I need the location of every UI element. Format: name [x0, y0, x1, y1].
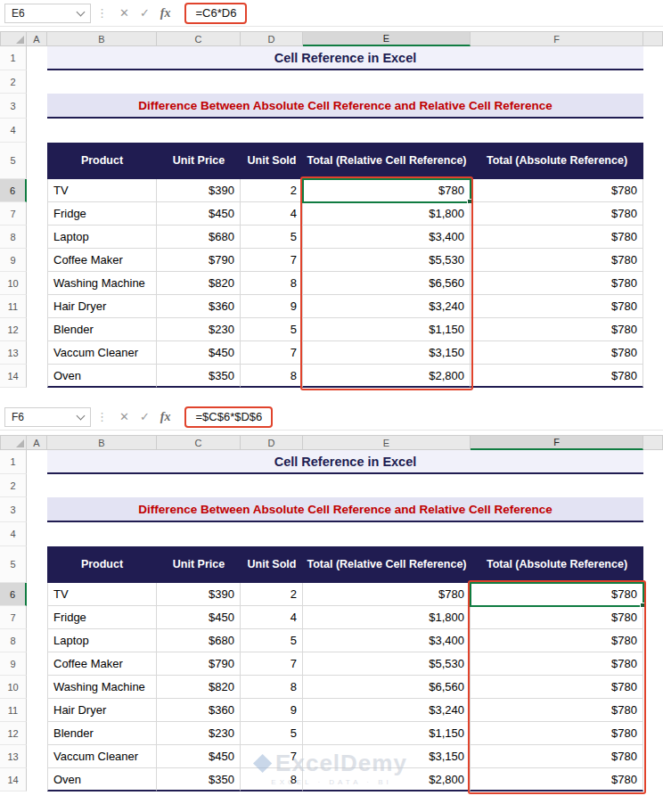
cell-E8[interactable]: $3,400: [303, 629, 471, 652]
row-header-8[interactable]: 8: [0, 226, 27, 249]
cell-C14[interactable]: $350: [157, 365, 241, 388]
header-cell-B5[interactable]: Product: [47, 546, 157, 583]
cell-E14[interactable]: $2,800: [303, 365, 471, 388]
column-header-A[interactable]: A: [27, 31, 47, 46]
select-all-button[interactable]: [0, 435, 27, 450]
cell-C12[interactable]: $230: [157, 722, 241, 745]
cell-C12[interactable]: $230: [157, 318, 241, 341]
row-header-8[interactable]: 8: [0, 629, 27, 652]
cell-E9[interactable]: $5,530: [303, 249, 471, 272]
cell-C10[interactable]: $820: [157, 676, 241, 699]
cell-A3[interactable]: [27, 497, 47, 522]
cell-F7[interactable]: $780: [471, 202, 643, 226]
row-header-1[interactable]: 1: [0, 46, 27, 70]
cell-C9[interactable]: $790: [157, 652, 241, 676]
row-header-11[interactable]: 11: [0, 295, 27, 318]
column-header-partial[interactable]: [643, 435, 663, 450]
cell-A9[interactable]: [27, 652, 47, 676]
row-header-13[interactable]: 13: [0, 745, 27, 768]
row-header-11[interactable]: 11: [0, 699, 27, 722]
cell-B13[interactable]: Vaccum Cleaner: [47, 745, 157, 768]
cell-E6[interactable]: $780: [303, 583, 471, 606]
cell-F9[interactable]: $780: [471, 652, 643, 676]
cell-D9[interactable]: 7: [241, 652, 303, 676]
cell-B10[interactable]: Washing Machine: [47, 272, 157, 295]
enter-icon[interactable]: ✓: [140, 410, 150, 423]
row-header-2[interactable]: 2: [0, 474, 27, 497]
cell-B7[interactable]: Fridge: [47, 202, 157, 226]
cell-B8[interactable]: Laptop: [47, 226, 157, 249]
cell-E8[interactable]: $3,400: [303, 226, 471, 249]
header-cell-C5[interactable]: Unit Price: [157, 143, 241, 179]
cell-A6[interactable]: [27, 583, 47, 606]
cancel-icon[interactable]: ✕: [119, 6, 129, 20]
empty-row-cells-2[interactable]: [47, 70, 643, 94]
empty-row-cells-4[interactable]: [47, 522, 643, 546]
row-header-12[interactable]: 12: [0, 318, 27, 341]
cell-C14[interactable]: $350: [157, 768, 241, 791]
header-cell-F5[interactable]: Total (Absolute Reference): [471, 546, 643, 583]
cell-E9[interactable]: $5,530: [303, 652, 471, 676]
row-header-5[interactable]: 5: [0, 546, 27, 583]
cell-E13[interactable]: $3,150: [303, 745, 471, 768]
cell-A3[interactable]: [27, 94, 47, 119]
cell-B14[interactable]: Oven: [47, 365, 157, 388]
cell-A2[interactable]: [27, 474, 47, 497]
cell-A8[interactable]: [27, 226, 47, 249]
row-header-13[interactable]: 13: [0, 341, 27, 365]
cell-E6[interactable]: $780: [303, 179, 471, 202]
sheet-subtitle[interactable]: Difference Between Absolute Cell Referen…: [47, 94, 643, 119]
cell-A10[interactable]: [27, 676, 47, 699]
row-header-3[interactable]: 3: [0, 94, 27, 119]
cell-F8[interactable]: $780: [471, 629, 643, 652]
cell-F14[interactable]: $780: [471, 768, 643, 791]
header-cell-D5[interactable]: Unit Sold: [241, 546, 303, 583]
row-header-12[interactable]: 12: [0, 722, 27, 745]
cell-C8[interactable]: $680: [157, 629, 241, 652]
cell-D10[interactable]: 8: [241, 676, 303, 699]
cell-A9[interactable]: [27, 249, 47, 272]
cell-D9[interactable]: 7: [241, 249, 303, 272]
column-header-B[interactable]: B: [47, 435, 157, 450]
cell-A13[interactable]: [27, 745, 47, 768]
row-header-1[interactable]: 1: [0, 450, 27, 474]
cell-A4[interactable]: [27, 119, 47, 143]
chevron-down-icon[interactable]: [77, 7, 86, 16]
cell-D11[interactable]: 9: [241, 699, 303, 722]
row-header-6[interactable]: 6: [0, 583, 27, 606]
column-header-F[interactable]: F: [471, 31, 643, 46]
cell-F14[interactable]: $780: [471, 365, 643, 388]
cell-B6[interactable]: TV: [47, 583, 157, 606]
cell-A5[interactable]: [27, 546, 47, 583]
cell-B14[interactable]: Oven: [47, 768, 157, 791]
column-header-A[interactable]: A: [27, 435, 47, 450]
cell-C13[interactable]: $450: [157, 745, 241, 768]
cell-E14[interactable]: $2,800: [303, 768, 471, 791]
cell-D7[interactable]: 4: [241, 202, 303, 226]
cell-A13[interactable]: [27, 341, 47, 365]
cell-C6[interactable]: $390: [157, 179, 241, 202]
cell-B9[interactable]: Coffee Maker: [47, 652, 157, 676]
cell-C9[interactable]: $790: [157, 249, 241, 272]
sheet-subtitle[interactable]: Difference Between Absolute Cell Referen…: [47, 497, 643, 522]
cell-A12[interactable]: [27, 722, 47, 745]
cell-E7[interactable]: $1,800: [303, 606, 471, 629]
cell-D11[interactable]: 9: [241, 295, 303, 318]
cell-D14[interactable]: 8: [241, 768, 303, 791]
header-cell-F5[interactable]: Total (Absolute Reference): [471, 143, 643, 179]
cell-F12[interactable]: $780: [471, 318, 643, 341]
select-all-button[interactable]: [0, 31, 27, 46]
column-header-partial[interactable]: [643, 31, 663, 46]
row-header-9[interactable]: 9: [0, 652, 27, 676]
row-header-7[interactable]: 7: [0, 202, 27, 226]
cell-B12[interactable]: Blender: [47, 722, 157, 745]
chevron-down-icon[interactable]: [77, 411, 86, 420]
row-header-14[interactable]: 14: [0, 365, 27, 388]
empty-row-cells-2[interactable]: [47, 474, 643, 497]
cell-C7[interactable]: $450: [157, 202, 241, 226]
cell-B9[interactable]: Coffee Maker: [47, 249, 157, 272]
name-box[interactable]: F6: [4, 407, 91, 427]
empty-row-cells-4[interactable]: [47, 119, 643, 143]
header-cell-C5[interactable]: Unit Price: [157, 546, 241, 583]
row-header-2[interactable]: 2: [0, 70, 27, 94]
